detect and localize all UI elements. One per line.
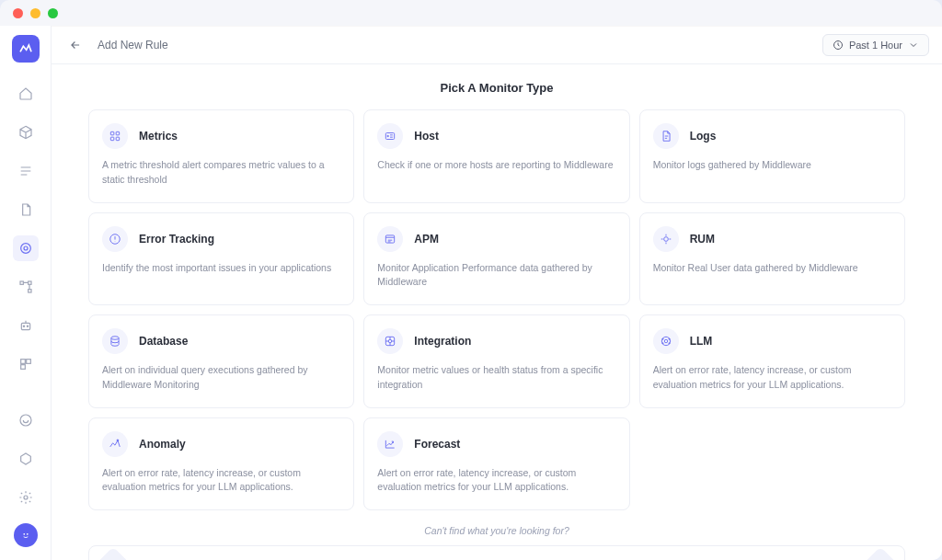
nav-document-icon[interactable] bbox=[13, 197, 39, 223]
card-description: Monitor metric values or health status f… bbox=[377, 363, 615, 393]
nav-grid-icon[interactable] bbox=[13, 351, 39, 377]
card-description: Check if one or more hosts are reporting… bbox=[377, 158, 615, 173]
section-heading: Pick A Monitor Type bbox=[88, 81, 905, 95]
time-range-label: Past 1 Hour bbox=[849, 40, 902, 51]
card-description: Alert on individual query executions gat… bbox=[102, 363, 340, 393]
app-logo[interactable] bbox=[12, 35, 40, 63]
llm-icon bbox=[653, 328, 679, 354]
card-title: Integration bbox=[414, 335, 471, 348]
card-description: Identify the most important issues in yo… bbox=[102, 261, 340, 276]
card-description: Alert on error rate, latency increase, o… bbox=[102, 466, 340, 496]
monitor-card-forecast[interactable]: ForecastAlert on error rate, latency inc… bbox=[363, 417, 629, 511]
card-title: LLM bbox=[690, 335, 713, 348]
svg-point-1 bbox=[24, 246, 28, 250]
svg-point-32 bbox=[662, 343, 663, 344]
monitor-card-rum[interactable]: RUMMonitor Real User data gathered by Mi… bbox=[639, 212, 905, 306]
nav-list-icon[interactable] bbox=[13, 158, 39, 184]
helper-text: Can't find what you're looking for? bbox=[88, 525, 905, 536]
svg-point-0 bbox=[20, 244, 30, 254]
monitor-card-error[interactable]: Error TrackingIdentify the most importan… bbox=[88, 212, 354, 306]
sidebar bbox=[0, 26, 52, 560]
app-frame: Add New Rule Past 1 Hour Pick A Monitor … bbox=[0, 26, 942, 560]
rum-icon bbox=[653, 226, 679, 252]
metrics-icon bbox=[102, 123, 128, 149]
svg-point-7 bbox=[27, 326, 28, 326]
monitor-card-database[interactable]: DatabaseAlert on individual query execut… bbox=[88, 314, 354, 408]
svg-point-31 bbox=[669, 338, 670, 339]
card-description: Monitor logs gathered by Middleware bbox=[653, 158, 891, 173]
svg-point-25 bbox=[111, 337, 119, 340]
monitor-card-anomaly[interactable]: AnomalyAlert on error rate, latency incr… bbox=[88, 417, 354, 511]
nav-flow-icon[interactable] bbox=[13, 274, 39, 300]
card-title: Error Tracking bbox=[139, 233, 214, 246]
svg-rect-8 bbox=[20, 360, 25, 364]
card-title: Metrics bbox=[139, 130, 178, 143]
forecast-icon bbox=[377, 431, 403, 457]
window-chrome bbox=[0, 0, 942, 26]
monitor-card-integration[interactable]: IntegrationMonitor metric values or heal… bbox=[363, 314, 629, 408]
card-description: Alert on error rate, latency increase, o… bbox=[377, 466, 615, 496]
card-title: APM bbox=[414, 233, 439, 246]
nav-robot-icon[interactable] bbox=[13, 313, 39, 338]
card-description: Monitor Real User data gathered by Middl… bbox=[653, 261, 891, 276]
maximize-window-button[interactable] bbox=[48, 8, 58, 18]
apm-icon bbox=[377, 226, 403, 252]
svg-rect-9 bbox=[26, 360, 30, 364]
content-area: Pick A Monitor Type MetricsA metric thre… bbox=[52, 64, 942, 560]
svg-point-14 bbox=[26, 533, 28, 535]
svg-point-6 bbox=[23, 326, 24, 326]
card-title: RUM bbox=[690, 233, 715, 246]
monitor-card-llm[interactable]: LLMAlert on error rate, latency increase… bbox=[639, 314, 905, 408]
svg-rect-16 bbox=[110, 131, 114, 135]
nav-cube-icon[interactable] bbox=[13, 120, 39, 145]
svg-point-27 bbox=[389, 339, 393, 343]
card-description: A metric threshold alert compares metric… bbox=[102, 158, 340, 188]
chevron-down-icon bbox=[908, 40, 919, 51]
svg-point-13 bbox=[23, 533, 25, 535]
monitor-card-host[interactable]: HostCheck if one or more hosts are repor… bbox=[363, 109, 629, 203]
banner-decoration bbox=[90, 547, 137, 560]
host-icon bbox=[377, 123, 403, 149]
svg-rect-3 bbox=[28, 281, 30, 284]
svg-point-34 bbox=[117, 440, 119, 441]
page-title: Add New Rule bbox=[98, 39, 168, 51]
card-title: Database bbox=[139, 335, 188, 348]
svg-point-28 bbox=[664, 339, 668, 343]
card-description: Monitor Application Performance data gat… bbox=[377, 261, 615, 291]
card-title: Logs bbox=[690, 130, 717, 143]
error-icon bbox=[102, 226, 128, 252]
nav-package-icon[interactable] bbox=[13, 446, 39, 472]
card-title: Anomaly bbox=[139, 438, 186, 451]
nav-settings-icon[interactable] bbox=[13, 485, 39, 510]
svg-rect-2 bbox=[20, 281, 23, 284]
monitor-card-logs[interactable]: LogsMonitor logs gathered by Middleware bbox=[639, 109, 905, 203]
anomaly-icon bbox=[102, 431, 128, 457]
nav-home-icon[interactable] bbox=[13, 81, 39, 107]
time-range-selector[interactable]: Past 1 Hour bbox=[822, 34, 929, 56]
nav-alerts-icon[interactable] bbox=[13, 235, 39, 261]
logs-icon bbox=[653, 123, 679, 149]
monitor-type-grid: MetricsA metric threshold alert compares… bbox=[88, 109, 905, 510]
svg-rect-5 bbox=[21, 323, 29, 329]
user-avatar[interactable] bbox=[14, 523, 38, 547]
svg-point-11 bbox=[20, 415, 31, 426]
custom-alert-banner[interactable]: Create Custom Alerts Tailored to Your Ne… bbox=[88, 545, 905, 560]
nav-support-icon[interactable] bbox=[13, 407, 39, 433]
svg-point-24 bbox=[663, 236, 668, 241]
main-area: Add New Rule Past 1 Hour Pick A Monitor … bbox=[52, 26, 942, 560]
monitor-card-metrics[interactable]: MetricsA metric threshold alert compares… bbox=[88, 109, 354, 203]
svg-rect-19 bbox=[116, 137, 120, 141]
topbar: Add New Rule Past 1 Hour bbox=[52, 26, 942, 64]
svg-rect-17 bbox=[116, 131, 120, 135]
banner-decoration bbox=[857, 547, 904, 560]
svg-point-33 bbox=[669, 343, 670, 344]
close-window-button[interactable] bbox=[13, 8, 23, 18]
svg-point-12 bbox=[24, 496, 28, 499]
minimize-window-button[interactable] bbox=[30, 8, 40, 18]
svg-rect-4 bbox=[28, 290, 30, 292]
svg-rect-10 bbox=[20, 365, 25, 370]
back-button[interactable] bbox=[64, 34, 86, 56]
card-title: Forecast bbox=[414, 438, 460, 451]
database-icon bbox=[102, 328, 128, 354]
monitor-card-apm[interactable]: APMMonitor Application Performance data … bbox=[363, 212, 629, 306]
